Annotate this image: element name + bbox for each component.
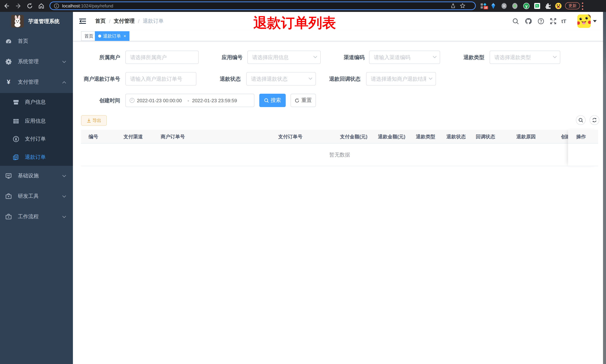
tab-close-icon[interactable]: × <box>123 34 126 38</box>
sidebar-item-label: 支付管理 <box>18 79 39 86</box>
help-icon[interactable] <box>538 18 544 25</box>
page-annotation-title: 退款订单列表 <box>253 14 336 32</box>
sidebar-item-home[interactable]: 首页 <box>0 31 73 51</box>
page-scrollbar[interactable] <box>603 12 606 364</box>
yen-circle-icon <box>13 136 19 143</box>
sidebar-item-app-info[interactable]: 应用信息 <box>0 111 73 131</box>
date-separator: - <box>187 98 189 103</box>
briefcase-icon <box>5 213 12 220</box>
browser-reload-icon[interactable] <box>26 3 33 9</box>
channel-code-input <box>369 51 440 64</box>
chevron-down-icon <box>313 56 317 58</box>
tab-refund-order[interactable]: 退款订单 × <box>95 31 130 41</box>
extensions-puzzle-icon[interactable] <box>545 3 551 9</box>
extension-dot-icon[interactable] <box>512 3 518 9</box>
bookmark-star-icon[interactable] <box>460 3 465 9</box>
app-no-label: 应用编号 <box>198 51 243 64</box>
merchant-field[interactable] <box>125 51 199 64</box>
tags-view-bar: 首页 退款订单 × <box>73 30 606 41</box>
chevron-down-icon <box>62 195 66 198</box>
merchant-input <box>125 51 199 64</box>
merchant-refund-no-field[interactable] <box>125 72 197 86</box>
chevron-down-icon <box>308 77 313 80</box>
col-pay-amount: 支付金额(元) <box>340 130 367 143</box>
avatar-caret-icon[interactable] <box>593 20 597 22</box>
sidebar-item-dev-tools[interactable]: 研发工具 <box>0 186 73 206</box>
refund-type-input <box>489 51 560 64</box>
sidebar-item-label: 系统管理 <box>18 58 39 65</box>
callback-status-select[interactable] <box>366 72 436 86</box>
font-size-icon[interactable]: tT <box>561 18 570 25</box>
create-time-range-picker[interactable]: 2022-01-23 00:00:00 - 2022-01-23 23:59:5… <box>125 94 254 107</box>
export-button[interactable]: 导出 <box>81 115 107 126</box>
shop-icon <box>13 99 19 105</box>
col-pay-order-no: 支付订单号 <box>278 130 303 143</box>
share-icon[interactable] <box>450 3 456 9</box>
chevron-down-icon <box>433 56 437 58</box>
col-callback-status: 回调状态 <box>476 130 495 143</box>
search-icon[interactable] <box>512 18 519 25</box>
yen-icon: ¥ <box>5 79 12 86</box>
refresh-table-button[interactable] <box>590 115 599 125</box>
breadcrumb-payment[interactable]: 支付管理 <box>114 18 135 24</box>
chevron-down-icon <box>62 61 66 63</box>
channel-code-select[interactable] <box>369 51 440 64</box>
breadcrumb-home[interactable]: 首页 <box>95 18 106 24</box>
col-pay-channel: 支付渠道 <box>123 130 143 143</box>
dashboard-icon <box>5 38 12 45</box>
browser-menu-icon[interactable]: ••• <box>581 1 584 10</box>
refund-status-input <box>246 72 316 86</box>
date-start-value: 2022-01-23 00:00:00 <box>137 98 184 103</box>
sidebar-item-pay-order[interactable]: 支付订单 <box>0 129 73 149</box>
url-bar[interactable]: localhost:1024/pay/refund <box>50 1 476 10</box>
extension-command-icon[interactable]: ⌘ <box>501 3 507 9</box>
extension-chat-icon[interactable] <box>534 3 540 9</box>
sidebar-item-system[interactable]: 系统管理 <box>0 52 73 72</box>
channel-code-label: 渠道编码 <box>320 51 365 64</box>
refund-type-select[interactable] <box>489 51 560 64</box>
extension-y-icon[interactable]: y <box>523 3 530 9</box>
app-logo-row[interactable]: 芋道管理系统 <box>0 12 73 30</box>
clock-icon <box>130 98 135 103</box>
browser-forward-icon[interactable] <box>15 3 22 9</box>
export-button-label: 导出 <box>92 117 101 124</box>
profile-emoji-icon[interactable] <box>555 3 562 9</box>
hamburger-fold-icon[interactable] <box>79 18 86 25</box>
fullscreen-icon[interactable] <box>550 18 556 25</box>
site-info-icon[interactable] <box>54 3 59 8</box>
url-host: localhost <box>62 3 80 8</box>
sidebar-item-merchant-info[interactable]: 商户信息 <box>0 92 73 112</box>
table-empty-text: 暂无数据 <box>81 143 598 166</box>
sidebar-item-label: 研发工具 <box>18 193 39 200</box>
documents-icon <box>13 154 19 161</box>
sidebar-item-workflow[interactable]: 工作流程 <box>0 207 73 227</box>
reset-button[interactable]: 重置 <box>290 94 316 107</box>
browser-back-icon[interactable] <box>3 3 10 9</box>
app-logo-rabbit-icon <box>11 15 24 27</box>
fixed-action-column: 操作 <box>568 130 598 166</box>
extension-gem-icon[interactable] <box>490 3 497 9</box>
extension-tampermonkey-icon[interactable]: 10 <box>480 3 487 9</box>
col-refund-reason: 退款原因 <box>516 130 536 143</box>
chevron-down-icon <box>62 216 66 218</box>
sidebar-item-infrastructure[interactable]: 基础设施 <box>0 166 73 186</box>
app-no-select[interactable] <box>247 51 321 64</box>
browser-toolbar: localhost:1024/pay/refund 10 ⌘ y <box>0 0 606 12</box>
sidebar-item-payment[interactable]: ¥ 支付管理 <box>0 72 73 92</box>
user-avatar[interactable] <box>577 14 591 28</box>
sidebar-item-refund-order[interactable]: 退款订单 <box>0 147 73 167</box>
browser-update-button[interactable]: 更新 <box>565 2 580 9</box>
search-button[interactable]: 搜索 <box>259 94 286 107</box>
search-button-label: 搜索 <box>271 97 281 104</box>
browser-home-icon[interactable] <box>38 3 45 9</box>
app-title: 芋道管理系统 <box>28 12 60 30</box>
chevron-down-icon <box>62 175 66 177</box>
show-search-toggle-button[interactable] <box>576 115 586 125</box>
refund-status-select[interactable] <box>246 72 316 86</box>
grid-icon <box>13 118 19 125</box>
tab-home[interactable]: 首页 <box>81 31 97 41</box>
toolbox-icon <box>5 193 12 200</box>
github-icon[interactable] <box>525 18 532 25</box>
col-id: 编号 <box>89 130 98 143</box>
merchant-refund-no-label: 商户退款订单号 <box>76 72 120 86</box>
